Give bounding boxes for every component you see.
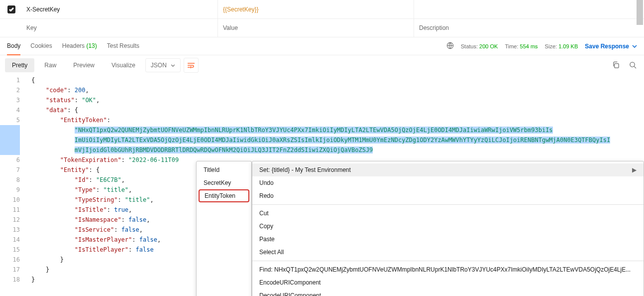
main-context-menu: Set: {titleId} - My Test Environment ▶ U… bbox=[252, 161, 644, 296]
menu-item-set[interactable]: Set: {titleId} - My Test Environment ▶ bbox=[252, 163, 644, 176]
size-meta: Size: 1.09 KB bbox=[545, 43, 578, 49]
menu-item-redo[interactable]: Redo bbox=[252, 189, 644, 202]
pretty-button[interactable]: Pretty bbox=[5, 58, 34, 72]
headers-table: X-SecretKey {{SecretKey}} Key Value Desc… bbox=[0, 0, 644, 37]
wrap-lines-button[interactable] bbox=[184, 58, 199, 73]
menu-item-paste[interactable]: Paste bbox=[252, 233, 644, 246]
header-value[interactable]: {{SecretKey}} bbox=[218, 0, 414, 18]
menu-item-select-all[interactable]: Select All bbox=[252, 246, 644, 259]
visualize-button[interactable]: Visualize bbox=[105, 58, 142, 72]
globe-icon[interactable] bbox=[446, 42, 454, 50]
line-gutter: 1 2 3 4 5 6 7 8 9 10 11 12 13 14 15 16 1… bbox=[0, 75, 27, 285]
search-icon[interactable] bbox=[629, 61, 637, 69]
tab-cookies[interactable]: Cookies bbox=[30, 37, 52, 55]
header-key[interactable]: X-SecretKey bbox=[22, 0, 218, 18]
status-meta: Status: 200 OK bbox=[461, 43, 498, 49]
menu-item-entitytoken[interactable]: EntityToken bbox=[199, 189, 249, 202]
header-desc-input[interactable]: Description bbox=[414, 24, 644, 31]
variable-submenu: TitleId SecretKey EntityToken bbox=[196, 161, 252, 296]
svg-point-2 bbox=[630, 62, 635, 67]
menu-separator bbox=[252, 261, 644, 261]
save-response-button[interactable]: Save Response bbox=[585, 43, 637, 50]
menu-item-encode[interactable]: EncodeURIComponent bbox=[252, 276, 644, 289]
raw-button[interactable]: Raw bbox=[37, 58, 63, 72]
vertical-scrollbar[interactable] bbox=[637, 0, 644, 41]
menu-item-undo[interactable]: Undo bbox=[252, 176, 644, 189]
time-meta: Time: 554 ms bbox=[505, 43, 537, 49]
chevron-down-icon bbox=[171, 64, 175, 67]
tab-test-results[interactable]: Test Results bbox=[107, 37, 139, 55]
tab-headers[interactable]: Headers (13) bbox=[62, 37, 97, 55]
context-menu: TitleId SecretKey EntityToken Set: {titl… bbox=[196, 161, 644, 296]
menu-item-find[interactable]: Find: NHxQT1pxQ2w2QUNEMjZybmtUOFNVeUZWMm… bbox=[252, 263, 644, 276]
selected-text: "NHxQT1pxQ2w2QUNEMjZybmtUOFNVeUZWMmpIbnN… bbox=[75, 127, 553, 134]
menu-item-decode[interactable]: DecodeURIComponent bbox=[252, 289, 644, 296]
tab-body[interactable]: Body bbox=[7, 37, 20, 55]
svg-rect-1 bbox=[615, 64, 619, 68]
menu-item-secretkey[interactable]: SecretKey bbox=[197, 176, 251, 189]
menu-separator bbox=[252, 204, 644, 205]
format-select[interactable]: JSON bbox=[145, 58, 181, 72]
response-bar: Body Cookies Headers (13) Test Results S… bbox=[0, 37, 644, 55]
header-value-input[interactable]: Value bbox=[218, 19, 414, 37]
copy-icon[interactable] bbox=[612, 61, 620, 69]
chevron-down-icon bbox=[632, 45, 637, 48]
chevron-right-icon: ▶ bbox=[632, 166, 637, 173]
menu-item-titleid[interactable]: TitleId bbox=[197, 163, 251, 176]
row-checkbox[interactable] bbox=[7, 5, 15, 13]
menu-item-copy[interactable]: Copy bbox=[252, 220, 644, 233]
header-row: X-SecretKey {{SecretKey}} bbox=[0, 0, 644, 18]
preview-button[interactable]: Preview bbox=[66, 58, 102, 72]
menu-item-cut[interactable]: Cut bbox=[252, 207, 644, 220]
header-key-input[interactable]: Key bbox=[22, 19, 218, 37]
format-bar: Pretty Raw Preview Visualize JSON bbox=[0, 55, 644, 75]
header-row-new: Key Value Description bbox=[0, 18, 644, 37]
